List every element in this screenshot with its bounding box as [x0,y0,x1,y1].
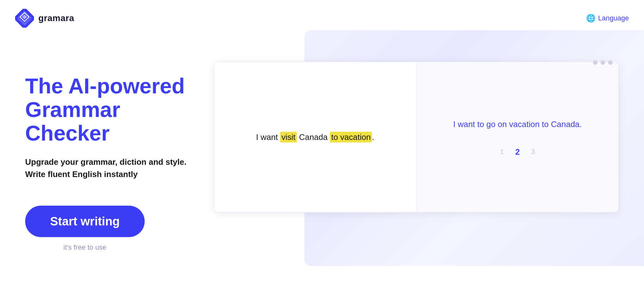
header: gramara 🌐 Language [0,0,644,36]
logo-text: gramara [38,13,74,23]
language-label: Language [598,14,629,22]
right-panel: I want visit Canada to vacation. I want … [214,55,619,213]
hero-subtext: Upgrade your grammar, diction and style.… [25,156,189,180]
start-writing-button[interactable]: Start writing [25,206,145,237]
output-panel: I want to go on vacation to Canada. 1 2 … [417,62,619,212]
input-panel[interactable]: I want visit Canada to vacation. [214,62,417,212]
left-panel: The AI-powered Grammar Checker Upgrade y… [25,55,189,252]
window-dot-1 [593,60,597,65]
version-3[interactable]: 3 [531,148,535,156]
input-text-suffix: . [372,132,374,142]
input-text-prefix: I want [256,132,280,142]
translate-icon: 🌐 [586,14,596,23]
logo-icon [15,9,34,28]
version-selector: 1 2 3 [500,147,535,157]
window-controls [593,60,613,65]
demo-editor: I want visit Canada to vacation. I want … [214,62,619,213]
free-label: it's free to use [25,243,145,252]
highlight-visit: visit [280,132,297,142]
highlight-vacation: to vacation [330,132,372,142]
version-1[interactable]: 1 [500,148,504,156]
window-dot-2 [601,60,605,65]
version-2[interactable]: 2 [515,147,520,157]
main-content: The AI-powered Grammar Checker Upgrade y… [0,36,644,283]
input-text: I want visit Canada to vacation. [256,130,374,144]
language-button[interactable]: 🌐 Language [586,14,629,23]
input-text-middle: Canada [297,132,330,142]
corrected-text: I want to go on vacation to Canada. [453,117,582,131]
window-dot-3 [608,60,613,65]
hero-headline: The AI-powered Grammar Checker [25,74,189,145]
logo-area: gramara [15,9,74,28]
